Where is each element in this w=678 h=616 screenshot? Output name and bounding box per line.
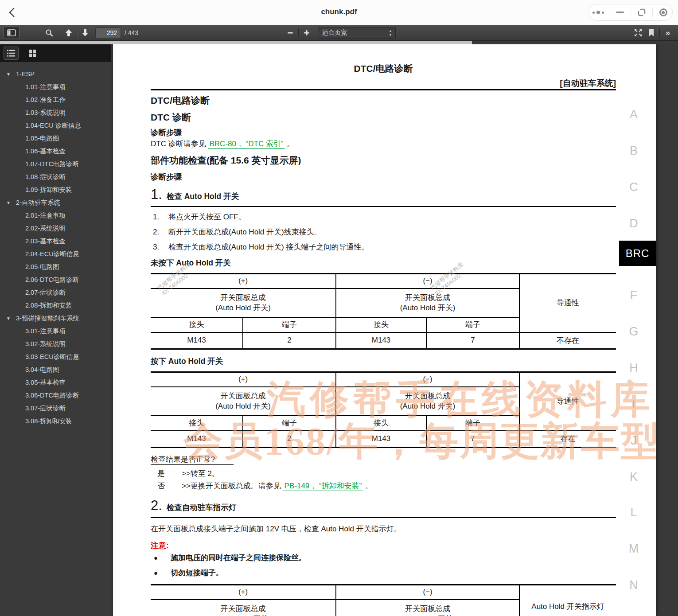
zoom-out-button[interactable]: [284, 27, 297, 39]
outline-item[interactable]: 3.05-基本检查: [0, 376, 111, 389]
reference-prefix: DTC 诊断请参见: [151, 140, 206, 148]
margin-tab-letter: L: [620, 506, 648, 519]
select-caret-icon: ▴▾: [390, 29, 391, 37]
outline-item[interactable]: 2.06-DTC电路诊断: [0, 273, 111, 286]
zoom-in-button[interactable]: [300, 27, 313, 39]
table-cell: 开关面板总成(Auto Hold 开关): [151, 387, 336, 416]
outline-section[interactable]: ▼3-预碰撞智能刹车系统: [0, 312, 111, 325]
table-cell: 开关面板总成(Auto Hold 开关): [336, 387, 519, 416]
no-action-prefix: >>更换开关面板总成。请参见: [182, 482, 281, 490]
answer-no-row: 否 >>更换开关面板总成。请参见 PB-149， “拆卸和安装” 。: [151, 481, 616, 491]
no-action: >>更换开关面板总成。请参见 PB-149， “拆卸和安装” 。: [182, 481, 373, 491]
step-2-body: 在开关面板总成接头端子之间施加 12V 电压，检查 Auto Hold 开关指示…: [151, 524, 616, 534]
outline-section[interactable]: ▼1-ESP: [0, 68, 111, 81]
plus-icon: [303, 29, 310, 36]
outline-item[interactable]: 3.06-DTC电路诊断: [0, 389, 111, 402]
outline-item[interactable]: 1.01-注意事项: [0, 81, 111, 94]
outline-item[interactable]: 3.07-症状诊断: [0, 402, 111, 415]
step-title: 检查自动驻车指示灯: [167, 502, 237, 513]
outline-section[interactable]: ▼2-自动驻车系统: [0, 196, 111, 209]
outline-item[interactable]: 2.04-ECU诊断信息: [0, 248, 111, 261]
outline-item[interactable]: 2.05-电路图: [0, 261, 111, 273]
divider: [77, 28, 77, 37]
table-cell: (+): [151, 274, 336, 289]
outline-item[interactable]: 3.02-系统说明: [0, 338, 111, 351]
no-label: 否: [151, 481, 182, 491]
step-number: 1.: [151, 187, 162, 202]
table-caption: 按下 Auto Hold 开关: [151, 356, 616, 366]
zoom-level-select[interactable]: 适合页宽 ▴▾: [318, 27, 396, 39]
removal-link[interactable]: PB-149， “拆卸和安装”: [283, 482, 363, 491]
outline-item[interactable]: 1.05-电路图: [0, 132, 111, 145]
divider: [609, 8, 609, 17]
page-header-system: [自动驻车系统]: [151, 78, 616, 88]
reference-link[interactable]: BRC-80， “DTC 索引”: [208, 140, 284, 149]
reference-line: DTC 诊断请参见 BRC-80， “DTC 索引” 。: [151, 139, 616, 149]
next-page-button[interactable]: [78, 27, 92, 39]
answer-yes-row: 是 >>转至 2。: [151, 469, 616, 479]
record-circle-icon: [659, 8, 667, 16]
margin-tab-letter: I: [620, 398, 648, 411]
outline-item[interactable]: 1.02-准备工作: [0, 94, 111, 106]
item-number: 1.: [151, 212, 168, 222]
more-options-button[interactable]: [591, 6, 606, 19]
margin-tab-letter: F: [620, 289, 648, 302]
continuity-table-released: (+) (−) 导通性 开关面板总成(Auto Hold 开关) 开关面板总成(…: [151, 273, 616, 350]
outline-view-button[interactable]: [4, 47, 19, 60]
presentation-mode-button[interactable]: [631, 27, 645, 39]
margin-tab-letter: K: [620, 470, 648, 484]
sidebar-toggle-icon: [7, 29, 16, 36]
bookmark-button[interactable]: [645, 27, 658, 39]
close-button[interactable]: [656, 6, 671, 19]
arrow-up-icon: [64, 28, 73, 37]
thumbnails-view-button[interactable]: [25, 47, 40, 60]
previous-page-button[interactable]: [62, 27, 75, 39]
outline-item[interactable]: 3.08-拆卸和安装: [0, 415, 111, 428]
outline-item[interactable]: 1.09-拆卸和安装: [0, 183, 111, 196]
page-header-title: DTC/电路诊断: [151, 44, 616, 74]
margin-tab-letter: C: [620, 180, 648, 194]
divider: [659, 28, 660, 37]
collapse-triangle-icon: ▼: [6, 196, 16, 209]
minimize-button[interactable]: [612, 6, 627, 19]
note-text: 切勿短接端子。: [171, 568, 223, 578]
outline-item[interactable]: 1.06-基本检查: [0, 145, 111, 158]
table-cell: 2: [243, 332, 336, 349]
table-cell: 端子: [243, 317, 336, 332]
outline-item[interactable]: 1.04-ECU 诊断信息: [0, 119, 111, 132]
table-caption: 未按下 Auto Hold 开关: [151, 258, 616, 268]
outline-item[interactable]: 3.01-注意事项: [0, 325, 111, 338]
outline-item[interactable]: 2.03-基本检查: [0, 235, 111, 248]
outline-item[interactable]: 1.07-DTC电路诊断: [0, 158, 111, 171]
table-cell: 开关面板总成(Auto Hold 开关): [336, 600, 519, 616]
zoom-controls: 适合页宽 ▴▾: [284, 27, 396, 39]
outline-item[interactable]: 2.01-注意事项: [0, 209, 111, 222]
yes-action: >>转至 2。: [182, 469, 219, 479]
horizontal-scrollbar-thumb[interactable]: [0, 41, 472, 44]
note-text: 施加电压的同时在端子之间连接保险丝。: [171, 553, 306, 563]
toolbar-more-button[interactable]: »: [661, 27, 674, 39]
table-cell: (−): [336, 372, 519, 387]
outline-item[interactable]: 2.02-系统说明: [0, 222, 111, 235]
page-number-input[interactable]: [95, 27, 121, 38]
outline-item[interactable]: 2.07-症状诊断: [0, 286, 111, 299]
page-content: 汽修帮手资料库ID: 7496002 汽修帮手资料库ID: 7496002 汽修…: [151, 44, 616, 616]
table-cell: 端子: [426, 416, 519, 431]
margin-tab-letter: A: [620, 108, 648, 121]
procedure-item: 3. 检查开关面板总成(Auto Hold 开关) 接头端子之间的导通性。: [151, 242, 616, 252]
section-heading: 部件功能检查(配备 15.6 英寸显示屏): [151, 155, 616, 166]
maximize-button[interactable]: [634, 6, 649, 19]
fullscreen-icon: [634, 28, 643, 37]
outline-item[interactable]: 3.04-电路图: [0, 363, 111, 376]
outline-item[interactable]: 1.03-系统说明: [0, 106, 111, 119]
outline-item[interactable]: 1.08-症状诊断: [0, 171, 111, 183]
thumbnails-icon: [28, 49, 36, 57]
no-action-suffix: 。: [365, 482, 373, 490]
table-cell: 不存在: [519, 332, 616, 349]
bookmark-icon: [648, 29, 655, 37]
search-button[interactable]: [43, 27, 56, 39]
sidebar-toggle-button[interactable]: [4, 27, 19, 39]
outline-item[interactable]: 2.08-拆卸和安装: [0, 299, 111, 312]
outline-item[interactable]: 3.03-ECU诊断信息: [0, 351, 111, 363]
page-total-label: / 443: [125, 29, 138, 36]
